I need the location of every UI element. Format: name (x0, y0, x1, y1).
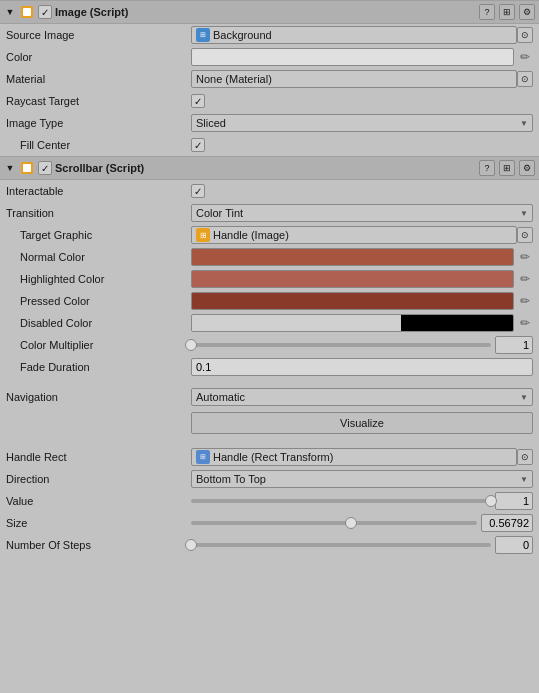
image-script-help-btn[interactable]: ? (479, 4, 495, 20)
scrollbar-script-gear-btn[interactable]: ⚙ (519, 160, 535, 176)
transition-label: Transition (6, 207, 191, 219)
color-multiplier-label: Color Multiplier (6, 339, 191, 351)
separator-2 (0, 438, 539, 446)
disabled-color-bar[interactable] (191, 314, 514, 332)
scrollbar-script-help-btn[interactable]: ? (479, 160, 495, 176)
direction-dropdown[interactable]: Bottom To Top ▼ (191, 470, 533, 488)
scrollbar-script-icons: ? ⊞ ⚙ (479, 160, 535, 176)
scrollbar-script-title: Scrollbar (Script) (55, 162, 476, 174)
pressed-color-value: ✏ (191, 292, 533, 310)
image-type-dropdown[interactable]: Sliced ▼ (191, 114, 533, 132)
value-label: Value (6, 495, 191, 507)
size-input[interactable] (481, 514, 533, 532)
fade-duration-row: Fade Duration (0, 356, 539, 378)
handle-rect-target-btn[interactable]: ⊙ (517, 449, 533, 465)
number-of-steps-thumb[interactable] (185, 539, 197, 551)
fill-center-checkbox[interactable] (191, 138, 205, 152)
normal-color-edit-icon[interactable]: ✏ (517, 249, 533, 265)
visualize-button[interactable]: Visualize (191, 412, 533, 434)
scrollbar-script-enable-checkbox[interactable] (38, 161, 52, 175)
color-row: Color ✏ (0, 46, 539, 68)
source-image-row: Source Image ⊞ Background ⊙ (0, 24, 539, 46)
scrollbar-script-icon (19, 160, 35, 176)
raycast-target-checkbox[interactable] (191, 94, 205, 108)
interactable-checkbox[interactable] (191, 184, 205, 198)
target-graphic-icon: ⊞ (196, 228, 210, 242)
transition-row: Transition Color Tint ▼ (0, 202, 539, 224)
value-thumb[interactable] (485, 495, 497, 507)
handle-rect-icon: ⊞ (196, 450, 210, 464)
number-of-steps-track[interactable] (191, 543, 491, 547)
size-label: Size (6, 517, 191, 529)
value-input[interactable] (495, 492, 533, 510)
color-multiplier-input[interactable] (495, 336, 533, 354)
image-script-options-btn[interactable]: ⊞ (499, 4, 515, 20)
value-row: Value (0, 490, 539, 512)
image-type-label: Image Type (6, 117, 191, 129)
transition-dropdown[interactable]: Color Tint ▼ (191, 204, 533, 222)
value-track[interactable] (191, 499, 491, 503)
fade-duration-input[interactable] (191, 358, 533, 376)
color-multiplier-row: Color Multiplier (0, 334, 539, 356)
image-script-enable-checkbox[interactable] (38, 5, 52, 19)
source-image-field[interactable]: ⊞ Background (191, 26, 517, 44)
scrollbar-fold-arrow[interactable]: ▼ (4, 162, 16, 174)
handle-rect-text: Handle (Rect Transform) (213, 451, 333, 463)
target-graphic-text: Handle (Image) (213, 229, 289, 241)
target-graphic-target-btn[interactable]: ⊙ (517, 227, 533, 243)
handle-rect-field[interactable]: ⊞ Handle (Rect Transform) (191, 448, 517, 466)
navigation-dropdown[interactable]: Automatic ▼ (191, 388, 533, 406)
fill-center-row: Fill Center (0, 134, 539, 156)
color-multiplier-track[interactable] (191, 343, 491, 347)
disabled-color-field-wrapper: ✏ (191, 314, 533, 332)
navigation-row: Navigation Automatic ▼ (0, 386, 539, 408)
pressed-color-bar[interactable] (191, 292, 514, 310)
number-of-steps-input[interactable] (495, 536, 533, 554)
image-script-gear-btn[interactable]: ⚙ (519, 4, 535, 20)
scrollbar-script-header[interactable]: ▼ Scrollbar (Script) ? ⊞ ⚙ (0, 156, 539, 180)
handle-rect-row: Handle Rect ⊞ Handle (Rect Transform) ⊙ (0, 446, 539, 468)
number-of-steps-row: Number Of Steps (0, 534, 539, 556)
fill-center-value (191, 138, 533, 152)
color-bar[interactable] (191, 48, 514, 66)
handle-rect-value: ⊞ Handle (Rect Transform) ⊙ (191, 448, 533, 466)
fade-duration-label: Fade Duration (6, 361, 191, 373)
navigation-arrow: ▼ (520, 393, 528, 402)
raycast-target-label: Raycast Target (6, 95, 191, 107)
pressed-color-field-wrapper: ✏ (191, 292, 533, 310)
direction-row: Direction Bottom To Top ▼ (0, 468, 539, 490)
disabled-color-edit-icon[interactable]: ✏ (517, 315, 533, 331)
color-edit-icon[interactable]: ✏ (517, 49, 533, 65)
separator-1 (0, 378, 539, 386)
size-thumb[interactable] (345, 517, 357, 529)
pressed-color-edit-icon[interactable]: ✏ (517, 293, 533, 309)
scrollbar-script-options-btn[interactable]: ⊞ (499, 160, 515, 176)
image-script-header[interactable]: ▼ Image (Script) ? ⊞ ⚙ (0, 0, 539, 24)
normal-color-bar[interactable] (191, 248, 514, 266)
normal-color-row: Normal Color ✏ (0, 246, 539, 268)
transition-arrow: ▼ (520, 209, 528, 218)
material-field[interactable]: None (Material) (191, 70, 517, 88)
material-target-btn[interactable]: ⊙ (517, 71, 533, 87)
source-image-target-btn[interactable]: ⊙ (517, 27, 533, 43)
highlighted-color-bar[interactable] (191, 270, 514, 288)
visualize-row: Visualize (0, 408, 539, 438)
size-track[interactable] (191, 521, 477, 525)
value-field (191, 492, 533, 510)
color-multiplier-thumb[interactable] (185, 339, 197, 351)
direction-text: Bottom To Top (196, 473, 266, 485)
image-type-arrow: ▼ (520, 119, 528, 128)
color-multiplier-value (191, 336, 533, 354)
target-graphic-field[interactable]: ⊞ Handle (Image) (191, 226, 517, 244)
highlighted-color-edit-icon[interactable]: ✏ (517, 271, 533, 287)
raycast-target-row: Raycast Target (0, 90, 539, 112)
value-slider-row (191, 492, 533, 510)
disabled-color-value: ✏ (191, 314, 533, 332)
image-type-row: Image Type Sliced ▼ (0, 112, 539, 134)
navigation-value: Automatic ▼ (191, 388, 533, 406)
source-image-text: Background (213, 29, 272, 41)
normal-color-label: Normal Color (6, 251, 191, 263)
image-fold-arrow[interactable]: ▼ (4, 6, 16, 18)
image-script-icons: ? ⊞ ⚙ (479, 4, 535, 20)
visualize-text: Visualize (340, 417, 384, 429)
